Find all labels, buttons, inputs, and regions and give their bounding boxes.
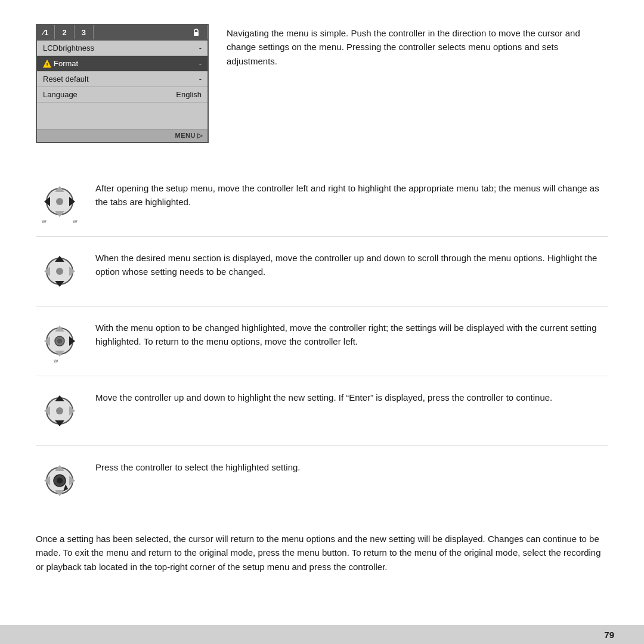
instruction-row-3: W With the menu option to be changed hig… (36, 306, 608, 376)
menu-row-label-format: ! Format (43, 59, 199, 68)
warning-icon: ! (43, 60, 51, 68)
instruction-row-1: W W After opening the setup menu, move t… (36, 167, 608, 237)
menu-footer: MENU ▷ (37, 129, 208, 142)
menu-row-label-reset: Reset default (43, 75, 199, 83)
instruction-text-5: Press the controller to select the highl… (95, 457, 608, 474)
svg-point-37 (57, 478, 63, 484)
menu-tab-icon (185, 25, 208, 39)
menu-row-lcd: LCDbrightness - (37, 41, 208, 56)
top-description: Navigating the menu is simple. Push the … (227, 24, 608, 143)
menu-row-reset: Reset default - (37, 72, 208, 87)
lock-icon (191, 27, 201, 37)
instruction-text-2: When the desired menu section is display… (95, 247, 608, 279)
menu-rows: LCDbrightness - ! Format - (37, 41, 208, 129)
menu-row-value-format: - (199, 59, 202, 68)
menu-row-format: ! Format - (37, 56, 208, 72)
svg-text:W: W (73, 219, 78, 224)
svg-text:W: W (42, 219, 47, 224)
controller-icon-ud (36, 247, 83, 295)
menu-row-empty2 (37, 116, 208, 129)
controller-icon-press (36, 457, 83, 504)
top-section: ⁄1 2 3 LCDbrightness - (36, 24, 608, 143)
menu-row-empty1 (37, 103, 208, 116)
menu-tab-3: 3 (75, 25, 94, 39)
menu-ui: ⁄1 2 3 LCDbrightness - (36, 24, 209, 143)
page-content: ⁄1 2 3 LCDbrightness - (0, 0, 644, 597)
menu-row-value-language: English (176, 90, 202, 99)
menu-row-value-lcd: - (199, 44, 202, 52)
instruction-text-3: With the menu option to be changed highl… (95, 317, 608, 349)
menu-tab-1: ⁄1 (37, 25, 55, 39)
controller-icon-ud2 (36, 387, 83, 435)
top-description-text: Navigating the menu is simple. Push the … (227, 28, 580, 66)
instruction-text-4: Move the controller up and down to highl… (95, 387, 608, 404)
instruction-row-5: Press the controller to select the highl… (36, 446, 608, 515)
menu-tabs: ⁄1 2 3 (37, 25, 208, 41)
page-number-bar: 79 (0, 625, 644, 644)
instruction-rows: W W After opening the setup menu, move t… (36, 167, 608, 515)
svg-point-23 (57, 339, 62, 343)
controller-icon-right: W (36, 317, 83, 365)
page-number: 79 (604, 630, 614, 640)
svg-rect-0 (194, 32, 199, 36)
footer-paragraph: Once a setting has been selected, the cu… (36, 532, 608, 574)
instruction-row-2: When the desired menu section is display… (36, 237, 608, 306)
menu-row-label-language: Language (43, 90, 176, 99)
svg-point-16 (56, 268, 63, 275)
menu-tab-2: 2 (55, 25, 74, 39)
menu-row-language: Language English (37, 87, 208, 103)
menu-button-label: MENU ▷ (175, 132, 203, 140)
menu-row-label-lcd: LCDbrightness (43, 44, 199, 52)
svg-text:!: ! (47, 62, 48, 67)
svg-point-30 (56, 407, 63, 414)
svg-point-8 (56, 198, 63, 205)
footer-text: Once a setting has been selected, the cu… (36, 534, 601, 572)
svg-text:W: W (54, 358, 58, 364)
menu-row-value-reset: - (199, 75, 202, 83)
instruction-text-1: After opening the setup menu, move the c… (95, 178, 608, 209)
instruction-row-4: Move the controller up and down to highl… (36, 376, 608, 446)
controller-icon-lr: W W (36, 178, 83, 225)
